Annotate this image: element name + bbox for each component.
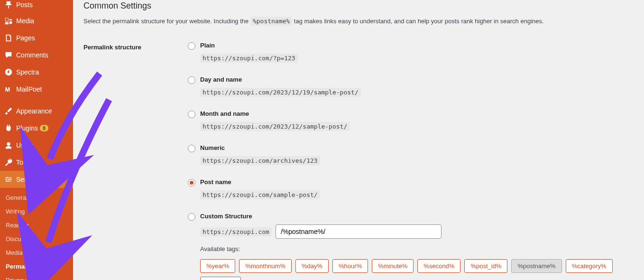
sidebar-item-comments[interactable]: Comments (0, 47, 73, 64)
sidebar-item-pages[interactable]: Pages (0, 29, 73, 47)
admin-sidebar: Posts Media Pages Comments Spectra M Mai… (0, 0, 73, 280)
user-icon (4, 140, 13, 150)
menu-label: Plugins (16, 124, 38, 132)
permalink-structure-row: Permalink structure Plain https://szoupi… (83, 42, 635, 280)
menu-label: Media (16, 17, 34, 25)
settings-description: Select the permalink structure for your … (83, 18, 635, 25)
tag-hour[interactable]: %hour% (332, 259, 368, 273)
radio-numeric[interactable] (188, 145, 195, 152)
option-title: Month and name (200, 110, 635, 117)
spectra-icon (4, 67, 13, 77)
option-month-name[interactable]: Month and name https://szoupi.com/2023/1… (188, 110, 635, 131)
menu-label: Settings (16, 176, 40, 183)
menu-label: Users (16, 141, 34, 149)
option-title: Plain (200, 42, 635, 49)
sidebar-item-tools[interactable]: Tools (0, 154, 73, 171)
tag-monthnum[interactable]: %monthnum% (239, 259, 292, 273)
tag-postname[interactable]: %postname% (511, 259, 561, 273)
option-title: Custom Structure (200, 213, 635, 220)
menu-label: Comments (16, 51, 48, 59)
settings-submenu: General Writing Reading Discussion Media… (0, 188, 73, 280)
sidebar-item-media[interactable]: Media (0, 12, 73, 29)
option-numeric[interactable]: Numeric https://szoupi.com/archives/123 (188, 144, 635, 165)
brush-icon (4, 106, 13, 116)
submenu-privacy[interactable]: Privacy (0, 274, 73, 280)
tag-author[interactable]: %author% (200, 277, 241, 280)
submenu-permalinks[interactable]: Permalinks (0, 260, 73, 274)
option-custom[interactable]: Custom Structure https://szoupi.com Avai… (188, 213, 635, 280)
sidebar-item-spectra[interactable]: Spectra (0, 64, 73, 81)
sliders-icon (4, 175, 13, 184)
wrench-icon (4, 158, 13, 167)
svg-point-2 (7, 142, 10, 146)
page-icon (4, 33, 13, 43)
option-example: https://szoupi.com/sample-post/ (200, 190, 320, 199)
plug-icon (4, 123, 13, 133)
option-post-name[interactable]: Post name https://szoupi.com/sample-post… (188, 178, 635, 199)
custom-structure-input[interactable] (276, 224, 442, 239)
svg-text:M: M (5, 86, 10, 93)
tag-day[interactable]: %day% (295, 259, 329, 273)
custom-prefix: https://szoupi.com (200, 227, 272, 236)
option-title: Day and name (200, 76, 635, 83)
menu-label: Pages (16, 34, 35, 42)
sidebar-item-users[interactable]: Users (0, 137, 73, 154)
common-settings-heading: Common Settings (83, 1, 635, 11)
radio-post-name[interactable] (188, 179, 195, 187)
option-example: https://szoupi.com/archives/123 (200, 156, 320, 165)
option-example: https://szoupi.com/?p=123 (200, 54, 298, 63)
pin-icon (4, 0, 13, 9)
menu-label: Posts (16, 1, 33, 9)
tag-category[interactable]: %category% (566, 259, 613, 273)
sidebar-item-plugins[interactable]: Plugins 8 (0, 120, 73, 137)
option-example: https://szoupi.com/2023/12/19/sample-pos… (200, 88, 361, 97)
menu-label: Spectra (16, 68, 39, 76)
radio-custom[interactable] (188, 213, 195, 221)
submenu-media[interactable]: Media (0, 246, 73, 260)
option-title: Post name (200, 178, 635, 186)
menu-label: Tools (16, 159, 32, 166)
radio-plain[interactable] (188, 42, 195, 50)
radio-day-name[interactable] (188, 76, 195, 84)
option-example: https://szoupi.com/2023/12/sample-post/ (200, 122, 350, 131)
tag-second[interactable]: %second% (417, 259, 460, 273)
postname-tag: %postname% (250, 17, 292, 26)
available-tags-label: Available tags: (200, 245, 635, 252)
menu-label: MailPoet (16, 85, 42, 93)
sidebar-item-posts[interactable]: Posts (0, 0, 73, 12)
sidebar-item-mailpoet[interactable]: M MailPoet (0, 81, 73, 98)
option-day-name[interactable]: Day and name https://szoupi.com/2023/12/… (188, 76, 635, 97)
mailpoet-icon: M (4, 84, 13, 94)
radio-month-name[interactable] (188, 111, 195, 118)
tag-year[interactable]: %year% (200, 259, 235, 273)
permalink-options: Plain https://szoupi.com/?p=123 Day and … (188, 42, 635, 280)
main-content: Common Settings Select the permalink str… (83, 0, 644, 280)
comment-icon (4, 50, 13, 60)
available-tags: %year% %monthnum% %day% %hour% %minute% … (200, 259, 635, 280)
permalink-structure-label: Permalink structure (83, 42, 188, 51)
submenu-general[interactable]: General (0, 191, 73, 205)
sidebar-item-appearance[interactable]: Appearance (0, 103, 73, 120)
option-title: Numeric (200, 144, 635, 151)
tag-post-id[interactable]: %post_id% (464, 259, 507, 273)
submenu-writing[interactable]: Writing (0, 205, 73, 219)
plugin-count-badge: 8 (40, 125, 48, 131)
submenu-discussion[interactable]: Discussion (0, 233, 73, 246)
menu-label: Appearance (16, 107, 52, 115)
media-icon (4, 16, 13, 26)
tag-minute[interactable]: %minute% (372, 259, 414, 273)
option-plain[interactable]: Plain https://szoupi.com/?p=123 (188, 42, 635, 63)
sidebar-item-settings[interactable]: Settings (0, 171, 73, 188)
submenu-reading[interactable]: Reading (0, 219, 73, 233)
